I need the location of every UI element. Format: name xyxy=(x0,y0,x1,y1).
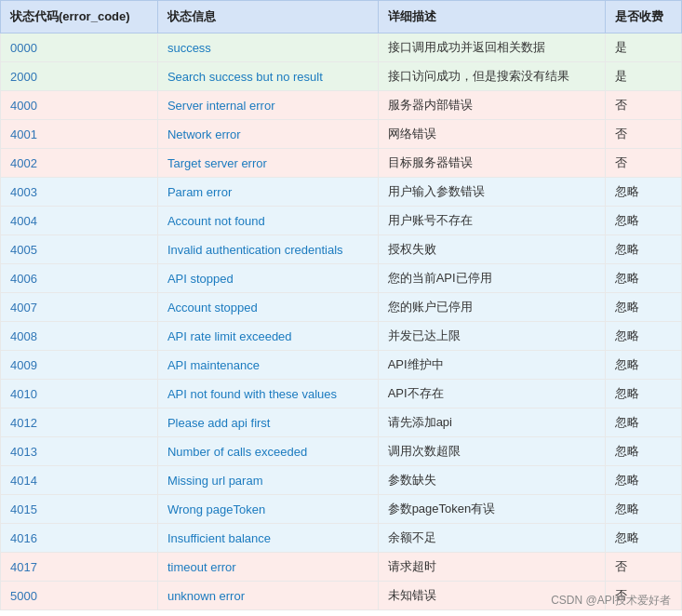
cell-charge: 忽略 xyxy=(605,380,681,408)
table-row: 4005Invalid authentication credentials授权… xyxy=(1,235,682,264)
cell-desc: 用户输入参数错误 xyxy=(378,178,605,207)
cell-desc: 您的账户已停用 xyxy=(378,293,605,322)
cell-info: Please add api first xyxy=(157,408,378,437)
cell-charge: 忽略 xyxy=(605,322,681,351)
cell-charge: 忽略 xyxy=(605,264,681,293)
cell-info: Number of calls exceeded xyxy=(157,437,378,466)
cell-code: 4003 xyxy=(1,178,158,207)
cell-code: 4001 xyxy=(1,120,158,149)
cell-charge: 否 xyxy=(605,553,681,582)
cell-code: 4004 xyxy=(1,207,158,235)
cell-info: Account stopped xyxy=(157,293,378,322)
watermark: CSDN @API技术爱好者 xyxy=(551,593,671,609)
cell-code: 4016 xyxy=(1,524,158,553)
cell-info: Param error xyxy=(157,178,378,207)
cell-desc: 授权失败 xyxy=(378,235,605,264)
cell-info: Insufficient balance xyxy=(157,524,378,553)
header-info: 状态信息 xyxy=(157,1,378,33)
cell-code: 4002 xyxy=(1,149,158,178)
cell-info: Invalid authentication credentials xyxy=(157,235,378,264)
cell-code: 4005 xyxy=(1,235,158,264)
table-container: 状态代码(error_code) 状态信息 详细描述 是否收费 0000succ… xyxy=(0,0,682,610)
table-row: 4003Param error用户输入参数错误忽略 xyxy=(1,178,682,207)
cell-desc: API维护中 xyxy=(378,351,605,380)
cell-code: 4017 xyxy=(1,553,158,582)
table-row: 4017timeout error请求超时否 xyxy=(1,553,682,582)
table-row: 4001Network error网络错误否 xyxy=(1,120,682,149)
cell-desc: API不存在 xyxy=(378,380,605,408)
cell-code: 4007 xyxy=(1,293,158,322)
cell-info: Network error xyxy=(157,120,378,149)
cell-desc: 余额不足 xyxy=(378,524,605,553)
table-row: 4007Account stopped您的账户已停用忽略 xyxy=(1,293,682,322)
table-row: 4013Number of calls exceeded调用次数超限忽略 xyxy=(1,437,682,466)
cell-info: timeout error xyxy=(157,553,378,582)
cell-code: 4006 xyxy=(1,264,158,293)
cell-info: Server internal error xyxy=(157,91,378,120)
cell-desc: 参数pageToken有误 xyxy=(378,495,605,524)
table-row: 4000Server internal error服务器内部错误否 xyxy=(1,91,682,120)
cell-info: Account not found xyxy=(157,207,378,235)
cell-desc: 并发已达上限 xyxy=(378,322,605,351)
table-row: 4016Insufficient balance余额不足忽略 xyxy=(1,524,682,553)
cell-info: Wrong pageToken xyxy=(157,495,378,524)
cell-charge: 忽略 xyxy=(605,351,681,380)
cell-code: 4014 xyxy=(1,466,158,495)
cell-info: API stopped xyxy=(157,264,378,293)
cell-code: 4012 xyxy=(1,408,158,437)
cell-info: Missing url param xyxy=(157,466,378,495)
cell-desc: 接口访问成功，但是搜索没有结果 xyxy=(378,62,605,91)
cell-code: 5000 xyxy=(1,582,158,610)
cell-charge: 忽略 xyxy=(605,207,681,235)
table-row: 2000Search success but no result接口访问成功，但… xyxy=(1,62,682,91)
error-code-table: 状态代码(error_code) 状态信息 详细描述 是否收费 0000succ… xyxy=(0,0,682,610)
cell-desc: 目标服务器错误 xyxy=(378,149,605,178)
cell-info: Target server error xyxy=(157,149,378,178)
cell-charge: 是 xyxy=(605,62,681,91)
table-header-row: 状态代码(error_code) 状态信息 详细描述 是否收费 xyxy=(1,1,682,33)
cell-charge: 忽略 xyxy=(605,437,681,466)
header-charge: 是否收费 xyxy=(605,1,681,33)
cell-info: API maintenance xyxy=(157,351,378,380)
cell-code: 4000 xyxy=(1,91,158,120)
cell-desc: 服务器内部错误 xyxy=(378,91,605,120)
cell-charge: 否 xyxy=(605,91,681,120)
cell-charge: 忽略 xyxy=(605,524,681,553)
cell-desc: 您的当前API已停用 xyxy=(378,264,605,293)
cell-charge: 忽略 xyxy=(605,235,681,264)
cell-desc: 用户账号不存在 xyxy=(378,207,605,235)
cell-charge: 是 xyxy=(605,33,681,62)
header-desc: 详细描述 xyxy=(378,1,605,33)
cell-info: success xyxy=(157,33,378,62)
cell-charge: 否 xyxy=(605,149,681,178)
cell-code: 2000 xyxy=(1,62,158,91)
table-row: 4002Target server error目标服务器错误否 xyxy=(1,149,682,178)
cell-code: 4009 xyxy=(1,351,158,380)
cell-code: 4010 xyxy=(1,380,158,408)
cell-code: 0000 xyxy=(1,33,158,62)
cell-code: 4013 xyxy=(1,437,158,466)
cell-info: API not found with these values xyxy=(157,380,378,408)
cell-desc: 请求超时 xyxy=(378,553,605,582)
cell-info: Search success but no result xyxy=(157,62,378,91)
cell-charge: 忽略 xyxy=(605,466,681,495)
cell-charge: 否 xyxy=(605,120,681,149)
cell-charge: 忽略 xyxy=(605,178,681,207)
table-row: 0000success接口调用成功并返回相关数据是 xyxy=(1,33,682,62)
table-row: 4004Account not found用户账号不存在忽略 xyxy=(1,207,682,235)
cell-desc: 接口调用成功并返回相关数据 xyxy=(378,33,605,62)
table-row: 4010API not found with these valuesAPI不存… xyxy=(1,380,682,408)
cell-code: 4008 xyxy=(1,322,158,351)
table-row: 4014Missing url param参数缺失忽略 xyxy=(1,466,682,495)
cell-charge: 忽略 xyxy=(605,408,681,437)
table-row: 4012Please add api first请先添加api忽略 xyxy=(1,408,682,437)
cell-desc: 参数缺失 xyxy=(378,466,605,495)
table-row: 4009API maintenanceAPI维护中忽略 xyxy=(1,351,682,380)
cell-charge: 忽略 xyxy=(605,293,681,322)
cell-desc: 网络错误 xyxy=(378,120,605,149)
table-row: 4006API stopped您的当前API已停用忽略 xyxy=(1,264,682,293)
cell-desc: 调用次数超限 xyxy=(378,437,605,466)
cell-code: 4015 xyxy=(1,495,158,524)
cell-charge: 忽略 xyxy=(605,495,681,524)
table-row: 4008API rate limit exceeded并发已达上限忽略 xyxy=(1,322,682,351)
